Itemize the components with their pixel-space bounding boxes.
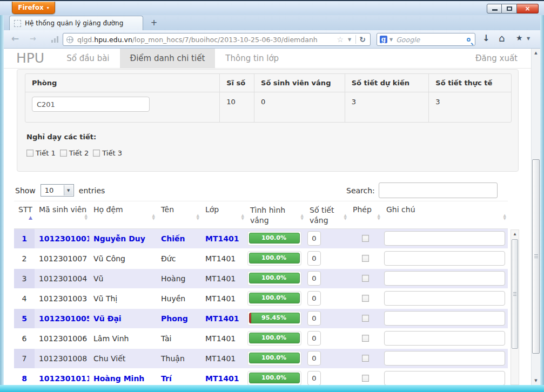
absent-periods-input[interactable] [307, 371, 321, 385]
excused-checkbox[interactable] [362, 235, 369, 242]
page-size-select[interactable]: 10 ▼ [41, 184, 74, 197]
absent-periods-input[interactable] [307, 251, 321, 266]
page-size-value: 10 [45, 186, 54, 194]
sort-icon [197, 214, 199, 220]
period-checkbox-3[interactable] [93, 150, 100, 157]
logout-link[interactable]: Đăng xuất [475, 49, 531, 68]
search-icon[interactable] [467, 38, 471, 42]
attendance-progress-track: 100.0% [247, 271, 301, 286]
minimize-button[interactable] [487, 4, 502, 13]
room-input[interactable] [32, 97, 150, 112]
absent-periods-cell [305, 349, 348, 368]
excused-checkbox[interactable] [362, 335, 369, 342]
browser-scrollbar[interactable]: ▲ ▼ [531, 49, 540, 385]
select-dropdown-icon[interactable]: ▼ [64, 185, 73, 195]
class-cell: MT1401 [201, 269, 246, 288]
excused-checkbox[interactable] [362, 375, 369, 382]
nav-item-thong-tin-lop[interactable]: Thông tin lớp [215, 49, 289, 68]
site-navigation: HPU Sổ đầu bài Điểm danh chi tiết Thông … [4, 49, 531, 69]
firefox-menu-button[interactable]: Firefox▾ [12, 2, 55, 14]
column-header-0[interactable]: STT [14, 201, 35, 228]
column-header-7[interactable]: Phép [348, 201, 382, 228]
note-input[interactable] [384, 291, 505, 306]
excused-checkbox[interactable] [362, 275, 369, 282]
column-header-3[interactable]: Tên [157, 201, 201, 228]
home-icon[interactable]: ⌂ [499, 32, 505, 44]
header-so-tiet-du-kien: Số tiết dự kiến [345, 74, 429, 92]
excused-checkbox[interactable] [362, 295, 369, 302]
maximize-icon [507, 6, 512, 11]
search-engine-box[interactable]: g ▼ [377, 33, 475, 46]
table-scrollbar-up-icon[interactable]: ▲ [511, 230, 519, 237]
bookmark-star-icon[interactable]: ☆ [337, 35, 344, 44]
excused-checkbox[interactable] [362, 255, 369, 262]
absent-periods-input[interactable] [307, 291, 321, 306]
column-header-1[interactable]: Mã sinh viên [35, 201, 89, 228]
absent-periods-input[interactable] [307, 351, 321, 366]
browser-scrollbar-thumb[interactable] [532, 159, 540, 354]
scrollbar-down-icon[interactable]: ▼ [532, 376, 540, 385]
scrollbar-up-icon[interactable]: ▲ [532, 49, 540, 57]
stt-cell: 2 [14, 249, 35, 268]
column-header-2[interactable]: Họ đệm [89, 201, 157, 228]
period-checkbox-2[interactable] [60, 150, 67, 157]
bookmarks-menu-icon[interactable]: ★ [516, 33, 523, 42]
bookmarks-caret-icon[interactable]: ▼ [527, 36, 530, 41]
nav-item-so-dau-bai[interactable]: Sổ đầu bài [56, 49, 119, 68]
student-id-cell: 1012301004 [35, 269, 89, 288]
class-cell: MT1401 [201, 369, 246, 385]
table-scrollbar-thumb[interactable] [512, 239, 518, 349]
column-header-6[interactable]: Số tiết vắng [305, 201, 348, 228]
table-scrollbar[interactable]: ▲ [511, 229, 519, 385]
absent-periods-input[interactable] [307, 331, 321, 346]
new-tab-button[interactable]: + [147, 18, 160, 28]
header-so-tiet-thuc-te: Số tiết thực tế [428, 74, 511, 92]
note-input[interactable] [384, 231, 505, 246]
urlbar-dropdown-icon[interactable]: ▼ [348, 37, 351, 42]
note-input[interactable] [384, 331, 505, 346]
excused-checkbox[interactable] [362, 355, 369, 362]
url-bar[interactable]: qlgd.hpu.edu.vn/lop_mon_hocs/7/buoihoc/2… [63, 33, 371, 46]
note-input[interactable] [384, 271, 505, 286]
web-search-input[interactable] [395, 35, 467, 44]
note-input[interactable] [384, 311, 505, 326]
attendance-percent-label: 100.0% [248, 273, 300, 283]
column-header-5[interactable]: Tình hình vắng [246, 201, 305, 228]
column-label: STT [18, 205, 32, 214]
browser-tab[interactable]: Hệ thống quản lý giảng đường [9, 16, 143, 30]
sort-icon [241, 214, 244, 220]
period-checkbox-1[interactable] [26, 150, 33, 157]
attendance-bar-cell: 100.0% [246, 369, 305, 385]
column-header-4[interactable]: Lớp [201, 201, 246, 228]
downloads-icon[interactable]: ↓ [482, 33, 489, 43]
note-input[interactable] [384, 351, 505, 366]
student-row-7: 71012301008Chu ViếtThuậnMT1401100.0% [14, 349, 508, 368]
sort-icon [344, 214, 347, 220]
column-label: Họ đệm [93, 205, 123, 214]
absent-periods-input[interactable] [307, 231, 321, 246]
note-input[interactable] [384, 371, 505, 385]
absent-periods-input[interactable] [307, 311, 321, 326]
search-engine-dropdown-icon[interactable]: ▼ [389, 37, 393, 42]
google-logo-icon[interactable]: g [380, 36, 387, 43]
note-input[interactable] [384, 251, 505, 266]
header-si-so: Sĩ số [219, 74, 254, 92]
attendance-percent-label: 100.0% [248, 333, 300, 343]
maximize-button[interactable] [502, 4, 517, 13]
excused-checkbox[interactable] [362, 315, 369, 322]
close-button[interactable]: × [517, 4, 539, 13]
student-row-5: 51012301005Vũ ĐạiPhongMT140195.45% [14, 309, 508, 328]
last-name-cell: Chu Viết [89, 349, 157, 368]
forward-icon[interactable]: → [30, 34, 36, 43]
table-search-input[interactable] [379, 183, 498, 198]
value-so-sv-vang: 0 [254, 92, 345, 122]
excused-cell [348, 309, 382, 328]
absent-periods-input[interactable] [307, 271, 321, 286]
nav-item-diem-danh-chi-tiet[interactable]: Điểm danh chi tiết [120, 49, 216, 68]
window-frame-bottom [0, 385, 544, 392]
reload-icon[interactable]: ↻ [359, 35, 366, 44]
back-icon[interactable]: ← [11, 33, 19, 44]
column-header-8[interactable]: Ghi chú [382, 201, 508, 228]
url-text: qlgd.hpu.edu.vn/lop_mon_hocs/7/buoihoc/2… [77, 36, 335, 44]
attendance-progress-track: 100.0% [247, 251, 301, 266]
